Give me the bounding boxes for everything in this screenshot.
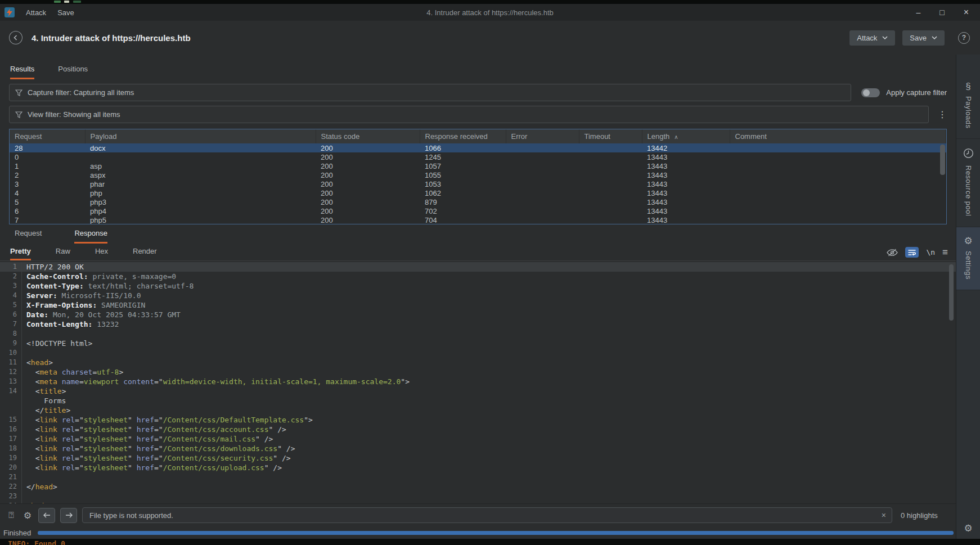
sidebar-item-payloads[interactable]: §Payloads bbox=[956, 55, 980, 139]
menu-attack[interactable]: Attack bbox=[26, 8, 46, 17]
chevron-down-icon bbox=[932, 36, 937, 39]
save-button[interactable]: Save bbox=[902, 30, 945, 46]
tab-request[interactable]: Request bbox=[15, 229, 42, 244]
editor-scrollbar[interactable] bbox=[949, 264, 954, 321]
editor-view-tabs: Pretty Raw Hex Render \n ≡ bbox=[0, 244, 956, 260]
attack-progress-bar bbox=[38, 531, 954, 535]
code-line: 6Date: Mon, 20 Oct 2025 04:33:57 GMT bbox=[0, 310, 956, 319]
table-row[interactable]: 1asp200105713443 bbox=[10, 161, 946, 170]
chevron-down-icon bbox=[882, 36, 888, 39]
code-line: 2Cache-Control: private, s-maxage=0 bbox=[0, 272, 956, 281]
highlights-count: 0 highlights bbox=[901, 511, 948, 520]
tab-pretty[interactable]: Pretty bbox=[10, 247, 31, 260]
code-line: Forms bbox=[0, 396, 956, 406]
tab-positions[interactable]: Positions bbox=[58, 65, 88, 79]
table-row[interactable]: 2aspx200105513443 bbox=[10, 170, 946, 179]
help-icon[interactable]: ? bbox=[958, 32, 970, 44]
table-row[interactable]: 4php200106213443 bbox=[10, 188, 946, 197]
code-line: 14 <title> bbox=[0, 386, 956, 396]
desktop-glimpse bbox=[64, 1, 69, 3]
tab-hex[interactable]: Hex bbox=[95, 247, 108, 260]
table-options-menu-icon[interactable]: ⋮ bbox=[938, 109, 947, 120]
page-title: 4. Intruder attack of https://hercules.h… bbox=[32, 33, 191, 43]
apply-capture-filter-toggle[interactable] bbox=[861, 88, 880, 97]
search-help-icon[interactable]: ⍰ bbox=[6, 510, 17, 520]
sidebar-item-settings[interactable]: ⚙Settings bbox=[956, 227, 980, 290]
tab-response[interactable]: Response bbox=[74, 229, 107, 244]
code-line: 23 bbox=[0, 492, 956, 501]
message-tabs: Request Response bbox=[0, 224, 956, 244]
table-row[interactable]: 5php320087913443 bbox=[10, 197, 946, 206]
close-button[interactable]: × bbox=[964, 8, 969, 17]
editor-search-bar: ⍰ ⚙ × 0 highlights bbox=[0, 503, 956, 526]
window-title: 4. Intruder attack of https://hercules.h… bbox=[0, 8, 980, 17]
sidebar-item-label: Settings bbox=[964, 251, 973, 280]
table-row[interactable]: 28docx200106613442 bbox=[10, 143, 946, 152]
code-line: 7Content-Length: 13232 bbox=[0, 319, 956, 329]
table-row[interactable]: 7php520070413443 bbox=[10, 215, 946, 224]
next-match-button[interactable] bbox=[60, 508, 77, 523]
code-line: 11<head> bbox=[0, 358, 956, 367]
attack-header: 4. Intruder attack of https://hercules.h… bbox=[0, 21, 980, 55]
burp-app-icon bbox=[5, 7, 15, 17]
menu-save[interactable]: Save bbox=[57, 8, 74, 17]
code-line: 16 <link rel="stylesheet" href="/Content… bbox=[0, 425, 956, 434]
editor-menu-icon[interactable]: ≡ bbox=[942, 247, 948, 257]
gear-icon: ⚙ bbox=[964, 236, 972, 246]
code-line: 12 <meta charset=utf-8> bbox=[0, 367, 956, 377]
desktop-background: INFO: Found 0 bbox=[0, 539, 980, 545]
tab-render[interactable]: Render bbox=[133, 247, 157, 260]
column-header-status-code[interactable]: Status code bbox=[316, 129, 420, 143]
apply-capture-filter-label: Apply capture filter bbox=[886, 88, 947, 97]
filter-funnel-icon bbox=[15, 111, 23, 118]
code-line: 24<body> bbox=[0, 501, 956, 503]
word-wrap-icon[interactable] bbox=[905, 247, 919, 258]
code-line: 9<!DOCTYPE html> bbox=[0, 339, 956, 348]
section-sign-icon: § bbox=[965, 82, 970, 91]
column-header-response-received[interactable]: Response received bbox=[420, 129, 506, 143]
desktop-glimpse bbox=[73, 1, 81, 3]
burp-intruder-window: Attack Save 4. Intruder attack of https:… bbox=[0, 4, 980, 539]
table-row[interactable]: 0200124513443 bbox=[10, 152, 946, 161]
column-header-payload[interactable]: Payload bbox=[85, 129, 316, 143]
code-line: 10 bbox=[0, 348, 956, 358]
sort-ascending-icon: ∧ bbox=[674, 134, 678, 140]
code-line: 13 <meta name=viewport content="width=de… bbox=[0, 377, 956, 386]
tab-results[interactable]: Results bbox=[10, 65, 34, 79]
column-header-error[interactable]: Error bbox=[506, 129, 579, 143]
response-editor[interactable]: 1HTTP/2 200 OK2Cache-Control: private, s… bbox=[0, 260, 956, 503]
search-input[interactable] bbox=[82, 507, 892, 523]
code-line: 4Server: Microsoft-IIS/10.0 bbox=[0, 291, 956, 300]
view-filter-bar[interactable]: View filter: Showing all items bbox=[9, 106, 929, 123]
filter-funnel-icon bbox=[15, 89, 23, 96]
window-titlebar: Attack Save 4. Intruder attack of https:… bbox=[0, 4, 980, 21]
table-scrollbar[interactable] bbox=[940, 145, 945, 175]
desktop-glimpse bbox=[54, 1, 61, 3]
code-line: 3Content-Type: text/html; charset=utf-8 bbox=[0, 281, 956, 291]
table-row[interactable]: 6php420070213443 bbox=[10, 206, 946, 215]
clear-search-icon[interactable]: × bbox=[882, 511, 886, 520]
search-settings-gear-icon[interactable]: ⚙ bbox=[22, 510, 33, 521]
column-header-request[interactable]: Request bbox=[10, 129, 85, 143]
previous-match-button[interactable] bbox=[38, 508, 55, 523]
table-row[interactable]: 3phar200105313443 bbox=[10, 179, 946, 188]
attack-button[interactable]: Attack bbox=[849, 30, 895, 46]
clock-icon bbox=[963, 148, 974, 160]
sidebar-item-label: Resource pool bbox=[964, 165, 973, 216]
sidebar-item-resource-pool[interactable]: Resource pool bbox=[956, 139, 980, 227]
clipped-terminal-text: INFO: Found 0 bbox=[8, 539, 980, 545]
minimize-button[interactable]: – bbox=[916, 8, 920, 16]
column-header-comment[interactable]: Comment bbox=[730, 129, 946, 143]
page-tabs: Results Positions bbox=[0, 55, 956, 79]
code-line: 19 <link rel="stylesheet" href="/Content… bbox=[0, 453, 956, 463]
column-header-timeout[interactable]: Timeout bbox=[579, 129, 642, 143]
column-header-length[interactable]: Length∧ bbox=[642, 129, 730, 143]
maximize-button[interactable]: □ bbox=[939, 8, 944, 16]
capture-filter-bar[interactable]: Capture filter: Capturing all items bbox=[9, 84, 851, 101]
show-newlines-icon[interactable]: \n bbox=[926, 248, 935, 256]
settings-gear-icon[interactable]: ⚙ bbox=[956, 523, 980, 539]
right-sidebar: §PayloadsResource pool⚙Settings⚙ bbox=[956, 55, 980, 539]
code-line: 22</head> bbox=[0, 482, 956, 492]
hide-non-printable-icon[interactable] bbox=[887, 249, 898, 256]
tab-raw[interactable]: Raw bbox=[56, 247, 70, 260]
